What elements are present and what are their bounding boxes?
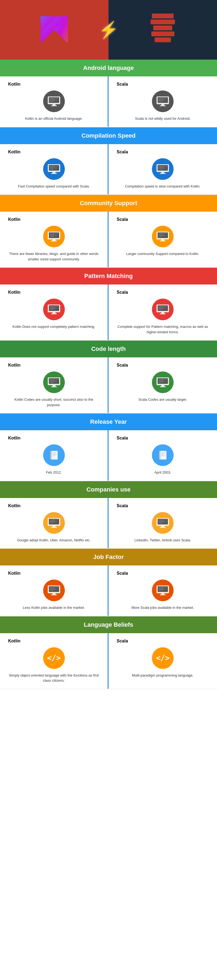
scala-icon-language: </> <box>152 647 174 669</box>
svg-rect-17 <box>158 100 166 100</box>
comparison-section-release: Kotlin Feb 2012.Scala April 2003. <box>0 430 217 481</box>
kotlin-icon-job <box>43 579 65 601</box>
scala-title-pattern: Scala <box>116 290 128 295</box>
svg-rect-10 <box>49 101 53 102</box>
scala-text-community: Larger community Support compared to Kot… <box>126 251 199 256</box>
svg-rect-98 <box>51 527 57 528</box>
section-header-compilation: Compilation Speed <box>0 127 217 144</box>
kotlin-icon-companies <box>43 512 65 534</box>
svg-rect-47 <box>158 233 167 234</box>
kotlin-icon-release <box>43 444 65 466</box>
kotlin-col-pattern: Kotlin Kotlin Does not support completel… <box>0 285 108 340</box>
svg-rect-122 <box>160 595 166 595</box>
scala-col-companies: Scala LinkedIn, Twitter, Airbnb uses Sca… <box>108 498 217 548</box>
svg-rect-97 <box>53 526 55 527</box>
svg-rect-80 <box>158 380 164 380</box>
svg-rect-126 <box>158 590 163 591</box>
kotlin-title-android: Kotlin <box>8 82 20 87</box>
section-header-pattern: Pattern Matching <box>0 268 217 285</box>
svg-rect-71 <box>49 379 58 380</box>
svg-rect-123 <box>158 587 167 588</box>
svg-rect-94 <box>161 456 163 456</box>
section-header-companies: Companies use <box>0 481 217 498</box>
scala-col-release: Scala April 2003. <box>108 430 217 480</box>
kotlin-icon-compilation <box>43 158 65 180</box>
svg-rect-121 <box>161 593 164 595</box>
scala-col-community: Scala Larger community Support compared … <box>108 212 217 267</box>
kotlin-title-companies: Kotlin <box>8 503 20 508</box>
svg-rect-108 <box>158 520 164 521</box>
kotlin-col-language: Kotlin</>Simply object-oriented language… <box>0 633 108 689</box>
scala-icon-code <box>152 371 174 393</box>
svg-rect-90 <box>159 451 160 460</box>
svg-rect-40 <box>49 234 54 235</box>
scala-icon-release <box>152 444 174 466</box>
svg-rect-31 <box>158 165 167 166</box>
scala-title-compilation: Scala <box>116 150 128 154</box>
svg-rect-102 <box>49 523 53 523</box>
svg-rect-48 <box>158 234 164 235</box>
svg-rect-79 <box>158 379 167 380</box>
svg-rect-118 <box>49 590 53 591</box>
svg-rect-81 <box>158 381 166 382</box>
scala-icon-compilation <box>152 158 174 180</box>
svg-rect-14 <box>160 105 166 106</box>
comparison-row-companies: Kotlin Google adopt Kotlin, Uber, Amazon… <box>0 498 217 548</box>
svg-rect-105 <box>161 526 164 527</box>
svg-rect-101 <box>49 522 57 522</box>
kotlin-text-compilation: Fast Compilation speed compared with Sca… <box>18 184 89 189</box>
svg-rect-124 <box>158 588 164 589</box>
scala-col-android: Scala Scala is not wildly used for Andro… <box>108 76 217 127</box>
hero-section: ⚡ <box>0 0 217 60</box>
kotlin-text-code: Kotlin Codes are usually short, succinct… <box>8 397 99 407</box>
svg-rect-88 <box>53 456 54 456</box>
kotlin-text-companies: Google adopt Kotlin, Uber, Amazon, Netfl… <box>17 538 91 543</box>
kotlin-col-job: Kotlin Less Kotlin jobs available in the… <box>0 565 108 616</box>
kotlin-col-community: Kotlin There are fewer libraries, blogs,… <box>0 212 108 267</box>
svg-rect-73 <box>49 381 57 382</box>
svg-rect-22 <box>51 173 57 174</box>
scala-title-code: Scala <box>116 363 128 368</box>
scala-text-companies: LinkedIn, Twitter, Airbnb uses Scala. <box>134 538 191 543</box>
comparison-section-job: Kotlin Less Kotlin jobs available in the… <box>0 565 217 616</box>
svg-rect-125 <box>158 589 166 590</box>
scala-col-pattern: Scala Complete support for Pattern match… <box>108 285 217 340</box>
svg-rect-13 <box>161 104 164 105</box>
section-header-code: Code length <box>0 340 217 357</box>
section-header-android: Android language <box>0 60 217 76</box>
scala-bar-1 <box>152 14 174 18</box>
kotlin-title-pattern: Kotlin <box>8 290 20 295</box>
scala-text-job: More Scala jobs available in the market. <box>132 605 194 611</box>
scala-col-compilation: Scala Compilation speed is slow compared… <box>108 144 217 194</box>
scala-title-job: Scala <box>116 571 128 576</box>
kotlin-title-language: Kotlin <box>8 639 20 643</box>
svg-rect-85 <box>53 452 56 453</box>
kotlin-col-companies: Kotlin Google adopt Kotlin, Uber, Amazon… <box>0 498 108 548</box>
scala-icon-companies <box>152 512 174 534</box>
kotlin-text-android: Kotlin is an official Android language. <box>25 116 83 121</box>
svg-rect-37 <box>53 239 55 240</box>
kotlin-text-community: There are fewer libraries, blogs, and gu… <box>8 251 99 262</box>
svg-rect-109 <box>158 522 166 522</box>
sections-container: Android languageKotlin Kotlin is an offi… <box>0 60 217 689</box>
kotlin-title-code: Kotlin <box>8 363 20 368</box>
kotlin-title-job: Kotlin <box>8 571 20 576</box>
svg-rect-18 <box>158 101 163 102</box>
scala-bar-4 <box>152 32 174 36</box>
svg-rect-5 <box>53 104 55 105</box>
svg-rect-49 <box>158 235 166 236</box>
scala-title-release: Scala <box>116 436 128 441</box>
svg-rect-55 <box>49 306 58 307</box>
svg-rect-7 <box>49 98 58 99</box>
comparison-row-job: Kotlin Less Kotlin jobs available in the… <box>0 565 217 616</box>
svg-rect-61 <box>161 312 164 313</box>
svg-rect-6 <box>51 105 57 106</box>
svg-rect-100 <box>49 520 54 521</box>
svg-rect-50 <box>158 236 163 237</box>
svg-rect-110 <box>158 523 163 523</box>
comparison-row-compilation: Kotlin Fast Compilation speed compared w… <box>0 144 217 194</box>
svg-rect-54 <box>51 313 57 314</box>
svg-rect-99 <box>49 519 58 520</box>
comparison-section-android: Kotlin Kotlin is an official Android lan… <box>0 76 217 127</box>
lightning-icon: ⚡ <box>99 20 119 40</box>
